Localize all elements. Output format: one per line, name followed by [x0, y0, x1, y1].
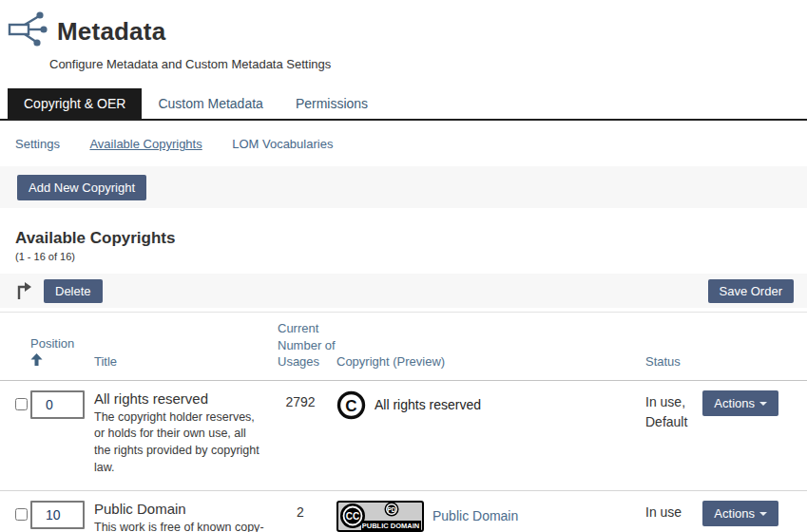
usages-cell: 2	[278, 504, 336, 520]
sort-ascending-icon[interactable]	[30, 353, 94, 370]
copyright-title: Public Domain	[94, 501, 278, 517]
tab-custom-metadata[interactable]: Custom Metadata	[142, 88, 279, 119]
col-header-preview[interactable]: Copyright (Preview)	[336, 353, 645, 370]
svg-text:PUBLIC DOMAIN: PUBLIC DOMAIN	[362, 522, 419, 530]
col-header-position: Position	[27, 335, 94, 370]
col-header-title[interactable]: Title	[94, 353, 278, 370]
copyrights-table: Position Title Current Number of Usages …	[0, 312, 807, 532]
position-header-label[interactable]: Position	[30, 336, 74, 351]
preview-label-link[interactable]: Public Domain	[432, 508, 518, 523]
add-new-copyright-button[interactable]: Add New Copyright	[17, 175, 146, 200]
actions-label: Actions	[714, 396, 755, 410]
tab-copyright-oer[interactable]: Copyright & OER	[8, 88, 142, 119]
actions-label: Actions	[714, 506, 755, 521]
actions-cell: Actions	[712, 501, 792, 526]
position-input[interactable]	[30, 501, 85, 529]
pagination-info: (1 - 16 of 16)	[15, 251, 792, 262]
preview-cell: PUBLIC DOMAIN CC PD Public Domain	[336, 501, 645, 532]
add-copyright-bar: Add New Copyright	[0, 166, 807, 208]
subnav-lom-vocabularies[interactable]: LOM Vocabularies	[232, 137, 333, 151]
col-header-usages[interactable]: Current Number of Usages	[278, 320, 336, 370]
position-input[interactable]	[30, 390, 85, 419]
preview-label: All rights reserved	[375, 397, 481, 412]
delete-button[interactable]: Delete	[44, 279, 103, 303]
col-header-status[interactable]: Status	[645, 353, 712, 370]
table-header-row: Position Title Current Number of Usages …	[0, 312, 807, 381]
position-cell	[27, 390, 94, 419]
subnav-settings[interactable]: Settings	[15, 137, 60, 151]
copyright-description: This work is free of known copy­right re…	[94, 520, 278, 532]
caret-down-icon	[759, 402, 767, 406]
table-row: All rights reserved The copyright holder…	[0, 381, 807, 491]
title-cell: Public Domain This work is free of known…	[94, 501, 278, 532]
caret-down-icon	[759, 512, 767, 516]
section-head: Available Copyrights (1 - 16 of 16)	[0, 208, 807, 262]
row-checkbox-cell	[0, 501, 27, 524]
actions-cell: Actions	[712, 390, 792, 416]
position-cell	[27, 501, 94, 529]
copyright-description: The copyright holder reserves, or holds …	[94, 409, 278, 477]
preview-cell: C All rights reserved	[336, 390, 645, 420]
tab-bar: Copyright & OER Custom Metadata Permissi…	[0, 88, 807, 121]
title-cell: All rights reserved The copyright holder…	[94, 390, 278, 477]
svg-text:PD: PD	[387, 505, 395, 512]
svg-text:C: C	[345, 396, 356, 414]
copyright-symbol-icon: C	[336, 390, 366, 420]
subnav-available-copyrights[interactable]: Available Copyrights	[89, 137, 202, 151]
actions-dropdown-button[interactable]: Actions	[702, 390, 778, 416]
reorder-arrow-icon[interactable]	[15, 281, 32, 300]
svg-text:CC: CC	[346, 511, 359, 522]
actions-dropdown-button[interactable]: Actions	[702, 501, 778, 526]
metadata-share-icon	[8, 10, 48, 53]
row-checkbox-cell	[0, 390, 27, 414]
table-toolbar: Delete Save Order	[0, 274, 807, 308]
page-subtitle: Configure Metadata and Custom Metadata S…	[49, 57, 807, 71]
table-row: Public Domain This work is free of known…	[0, 491, 807, 532]
usages-cell: 2792	[278, 394, 336, 409]
page-header: Metadata	[0, 0, 807, 53]
subnav: Settings Available Copyrights LOM Vocabu…	[0, 121, 807, 165]
save-order-button[interactable]: Save Order	[708, 279, 794, 303]
copyright-title: All rights reserved	[94, 390, 278, 407]
section-title: Available Copyrights	[15, 229, 792, 248]
tab-permissions[interactable]: Permissions	[279, 88, 384, 119]
page-title: Metadata	[57, 17, 165, 47]
cc-public-domain-badge: PUBLIC DOMAIN CC PD	[336, 501, 424, 532]
